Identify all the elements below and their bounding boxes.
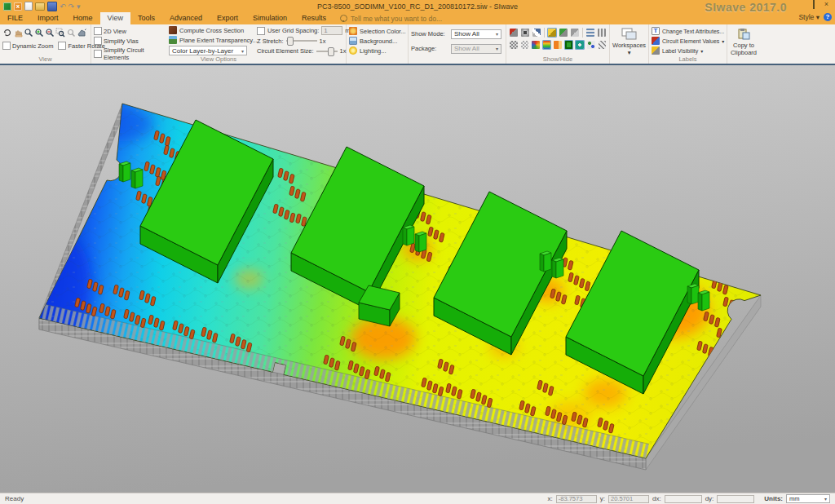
element-values-icon <box>652 37 660 45</box>
tab-advanced[interactable]: Advanced <box>162 12 210 24</box>
circuit-element-size-slider[interactable] <box>316 51 338 52</box>
dot-grid-icon[interactable] <box>520 40 530 50</box>
group-view: Dynamic Zoom Faster Rotate View <box>0 24 91 64</box>
faster-rotate-checkbox[interactable] <box>58 42 66 50</box>
tab-simulation[interactable]: Simulation <box>245 12 294 24</box>
voltage-scale-icon[interactable] <box>575 40 585 50</box>
tab-view[interactable]: View <box>100 12 130 24</box>
minimize-button[interactable] <box>797 2 804 8</box>
component-cube[interactable] <box>359 285 400 326</box>
group-appearance: Selection Color... Background... Lightin… <box>347 24 409 64</box>
tab-home[interactable]: Home <box>66 12 100 24</box>
group-labels-label: Labels <box>649 55 727 63</box>
pcb-3d-view <box>0 65 835 493</box>
style-dropdown[interactable]: Style ▾ <box>798 13 820 21</box>
grid-icon[interactable] <box>509 40 519 50</box>
compute-cross-section-button[interactable]: Compute Cross Section <box>169 26 252 34</box>
show-pins-icon[interactable] <box>509 28 519 38</box>
background-button[interactable]: Background... <box>349 37 405 45</box>
net-topology-icon[interactable] <box>586 40 596 50</box>
user-grid-spacing-checkbox[interactable] <box>257 27 265 35</box>
2d-view-checkbox[interactable] <box>94 27 102 35</box>
zoom-selection-icon[interactable] <box>66 27 76 38</box>
workspaces-icon <box>621 28 638 40</box>
show-traces-icon[interactable] <box>532 28 541 38</box>
show-mode-dropdown[interactable]: Show All▾ <box>451 29 501 39</box>
capacitor[interactable] <box>415 232 426 252</box>
plane-extent-icon <box>169 36 177 44</box>
dynamic-zoom-checkbox[interactable] <box>2 42 11 50</box>
current-density-icon[interactable] <box>553 40 563 50</box>
tab-file[interactable]: FILE <box>0 12 30 24</box>
model-viewport[interactable] <box>0 65 835 493</box>
group-view-options-label: View Options <box>91 55 346 63</box>
color-layer-mode-dropdown[interactable]: Color Layer-by-Layer▾ <box>169 46 247 55</box>
pan-icon[interactable] <box>13 27 23 38</box>
circuit-element-values-button[interactable]: Circuit Element Values ▾ <box>652 37 724 45</box>
label-visibility-button[interactable]: Label Visibility ▾ <box>652 46 724 55</box>
tellme-input[interactable]: Tell me what you want to do... <box>334 12 448 24</box>
plane-extent-button[interactable]: Plane Extent Transparency... <box>169 36 252 44</box>
selection-color-button[interactable]: Selection Color... <box>349 27 405 35</box>
plane-voltage-icon[interactable] <box>564 40 574 50</box>
zoom-in-icon[interactable] <box>34 27 44 38</box>
fit-view-icon[interactable] <box>77 27 86 38</box>
restore-button[interactable] <box>810 2 817 8</box>
capacitor[interactable] <box>119 161 130 182</box>
capacitor[interactable] <box>540 251 551 272</box>
hatch-icon[interactable] <box>598 40 607 50</box>
zoom-window-icon[interactable] <box>55 27 65 38</box>
tab-import[interactable]: Import <box>30 12 66 24</box>
zoom-out-icon[interactable] <box>45 27 55 38</box>
capacitor[interactable] <box>687 284 699 304</box>
tab-results[interactable]: Results <box>294 12 334 24</box>
titlebar: x ↶ ↷ ▾ PC3-8500_SODIMM_V100_RC_D1_20081… <box>0 0 835 12</box>
package-dropdown: Show All▾ <box>451 44 501 54</box>
color-by-net-icon[interactable] <box>531 40 541 50</box>
group-view-label: View <box>0 55 91 63</box>
group-view-options: 2D View Simplify Vias Simplify Circuit E… <box>91 24 347 64</box>
capacitor[interactable] <box>131 168 143 188</box>
show-vias-icon[interactable] <box>520 28 530 38</box>
show-layers-icon[interactable] <box>585 28 595 38</box>
capacitor[interactable] <box>552 258 563 278</box>
y-coordinate-field <box>608 495 649 503</box>
dy-label: dy: <box>705 495 714 502</box>
ribbon: Dynamic Zoom Faster Rotate View 2D View … <box>0 24 835 65</box>
selection-color-icon <box>349 27 357 35</box>
zoom-icon[interactable] <box>24 27 33 38</box>
group-labels: T Change Text Attributes... Circuit Elem… <box>649 24 727 64</box>
rotate-view-icon[interactable] <box>2 27 12 38</box>
copy-to-clipboard-button[interactable]: Copy to Clipboard <box>730 26 758 56</box>
tab-export[interactable]: Export <box>210 12 245 24</box>
capacitor[interactable] <box>403 225 414 245</box>
dx-label: dx: <box>652 495 661 502</box>
cross-section-icon <box>169 26 177 34</box>
hide-components-icon[interactable] <box>570 28 580 38</box>
capacitor[interactable] <box>698 290 709 311</box>
lighting-icon <box>349 46 357 55</box>
label-visibility-icon <box>652 46 660 55</box>
simplify-vias-checkbox[interactable] <box>94 37 102 45</box>
show-top-grid-icon[interactable] <box>597 28 607 38</box>
rainbow-scale-icon[interactable] <box>542 40 552 50</box>
dy-field <box>717 495 754 503</box>
app-window: x ↶ ↷ ▾ PC3-8500_SODIMM_V100_RC_D1_20081… <box>0 0 835 504</box>
show-components-icon[interactable] <box>559 28 568 38</box>
tab-tools[interactable]: Tools <box>130 12 162 24</box>
grid-spacing-input[interactable] <box>321 26 342 35</box>
help-icon[interactable]: ? <box>824 13 832 21</box>
workspaces-button[interactable]: Workspaces ▾ <box>612 26 646 56</box>
z-stretch-slider[interactable] <box>286 40 317 42</box>
units-dropdown[interactable]: mm▾ <box>786 494 830 503</box>
select-probe-icon[interactable] <box>547 28 557 38</box>
statusbar: Ready x: y: dx: dy: Units: mm▾ <box>0 493 835 504</box>
change-text-attributes-button[interactable]: T Change Text Attributes... <box>652 27 724 35</box>
group-workspaces: Workspaces ▾ <box>610 24 649 64</box>
group-clipboard: Copy to Clipboard <box>727 24 760 64</box>
group-show-hide: Show/Hide <box>506 24 610 64</box>
lighting-button[interactable]: Lighting... <box>349 46 405 55</box>
close-button[interactable]: × <box>823 2 830 8</box>
background-icon <box>349 37 357 45</box>
text-attributes-icon: T <box>652 27 660 35</box>
